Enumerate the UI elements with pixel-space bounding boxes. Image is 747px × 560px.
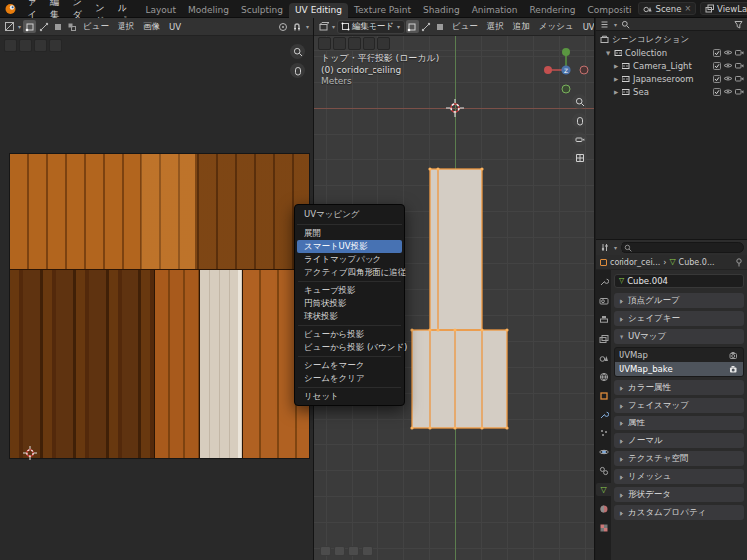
- tab-world-icon[interactable]: [596, 370, 611, 383]
- menu-item-smart-uv-project[interactable]: スマートUV投影: [297, 240, 402, 253]
- section-custom-properties[interactable]: ▶ カスタムプロパティ: [614, 505, 744, 520]
- disable-render-camera-icon[interactable]: [735, 49, 744, 56]
- menu-item-mark-seam[interactable]: シームをマーク: [297, 359, 402, 372]
- tab-material-icon[interactable]: [596, 502, 611, 515]
- menu-item-project-from-view-bounds[interactable]: ビューから投影 (バウンド): [297, 341, 402, 354]
- exclude-checkbox-icon[interactable]: [713, 88, 721, 96]
- exclude-checkbox-icon[interactable]: [713, 62, 721, 70]
- vp-camera-view-icon[interactable]: [572, 132, 587, 146]
- mode-dropdown[interactable]: 編集モード ▾: [337, 20, 405, 34]
- section-shape-keys[interactable]: ▶ シェイプキー: [614, 311, 744, 326]
- uv-canvas[interactable]: [0, 36, 313, 560]
- tab-shading[interactable]: Shading: [417, 3, 466, 18]
- uv-select-edge-icon[interactable]: [37, 20, 50, 33]
- vp-menu-mesh[interactable]: メッシュ: [535, 20, 578, 34]
- uv-texture-image[interactable]: [10, 154, 309, 458]
- tab-object-icon[interactable]: [596, 389, 611, 402]
- section-color-attributes[interactable]: ▶ カラー属性: [614, 380, 744, 395]
- tab-compositing[interactable]: Compositi: [581, 3, 637, 18]
- navigation-gizmo[interactable]: Z: [542, 44, 590, 96]
- vp-ortho-toggle-icon[interactable]: [572, 150, 587, 165]
- blender-logo-icon[interactable]: [4, 2, 17, 16]
- uv-pan-hand-icon[interactable]: [290, 63, 305, 78]
- outliner-scene-collection[interactable]: シーンコレクション: [596, 33, 747, 46]
- properties-search[interactable]: [621, 242, 744, 253]
- tab-modifiers-icon[interactable]: [596, 408, 611, 420]
- tab-particles-icon[interactable]: [596, 426, 611, 439]
- tab-rendering[interactable]: Rendering: [524, 3, 582, 18]
- section-face-maps[interactable]: ▶ フェイスマップ: [614, 398, 744, 413]
- vp-zoom-icon[interactable]: [572, 94, 587, 109]
- expand-arrow-icon[interactable]: ▶: [612, 89, 620, 95]
- disable-render-camera-icon[interactable]: [735, 88, 744, 95]
- tab-view-layer-icon[interactable]: [596, 332, 611, 345]
- exclude-checkbox-icon[interactable]: [713, 75, 721, 83]
- section-remesh[interactable]: ▶ リメッシュ: [614, 469, 744, 484]
- uv-tool-icon-3[interactable]: [34, 39, 47, 52]
- snap-caret-icon[interactable]: ▾: [306, 23, 309, 30]
- tab-output-icon[interactable]: [596, 313, 611, 326]
- editor-type-caret-icon[interactable]: ▾: [332, 23, 335, 30]
- outliner-search-icon[interactable]: [621, 19, 631, 30]
- uv-select-vertex-icon[interactable]: [23, 20, 36, 33]
- editor-type-uv-icon[interactable]: [3, 20, 16, 33]
- uv-menu-select[interactable]: 選択: [114, 20, 138, 34]
- uv-tool-icon-4[interactable]: [49, 39, 62, 52]
- hide-eye-icon[interactable]: [723, 49, 733, 56]
- section-attributes[interactable]: ▶ 属性: [614, 416, 744, 430]
- uv-menu-uv[interactable]: UV: [165, 21, 185, 33]
- menu-item-project-from-view[interactable]: ビューから投影: [297, 328, 402, 341]
- tab-render-icon[interactable]: [596, 294, 611, 307]
- menu-item-unwrap[interactable]: 展開: [297, 227, 402, 240]
- tab-scene-icon[interactable]: [596, 351, 611, 364]
- tab-animation[interactable]: Animation: [466, 3, 524, 18]
- uv-tool-icon-1[interactable]: [4, 39, 17, 52]
- active-render-camera-icon[interactable]: [729, 351, 739, 359]
- hide-eye-icon[interactable]: [723, 75, 733, 82]
- hide-eye-icon[interactable]: [723, 88, 733, 95]
- uv-map-row-uvmap[interactable]: UVMap: [615, 348, 743, 362]
- expand-arrow-icon[interactable]: ▼: [604, 50, 612, 56]
- editor-type-caret-icon[interactable]: ▾: [18, 23, 21, 30]
- vp-menu-select[interactable]: 選択: [483, 20, 508, 34]
- outliner-row-collection[interactable]: ▼ Collection: [596, 46, 747, 59]
- tab-texture-paint[interactable]: Texture Paint: [348, 3, 417, 18]
- vp-menu-view[interactable]: ビュー: [448, 20, 482, 34]
- menu-item-reset[interactable]: リセット: [297, 390, 402, 403]
- uv-tool-icon-2[interactable]: [19, 39, 32, 52]
- menu-item-follow-active-quads[interactable]: アクティブ四角形面に追従: [297, 266, 402, 279]
- menu-item-cube-projection[interactable]: キューブ投影: [297, 284, 402, 297]
- menu-item-clear-seam[interactable]: シームをクリア: [297, 372, 402, 385]
- breadcrumb-object-name[interactable]: coridor_cei...: [610, 258, 660, 267]
- tab-modeling[interactable]: Modeling: [182, 3, 235, 18]
- editor-type-outliner-icon[interactable]: [599, 19, 610, 30]
- outliner-caret-icon[interactable]: ▾: [614, 21, 617, 28]
- tab-object-data-icon[interactable]: ▽: [596, 483, 611, 496]
- active-render-camera-icon[interactable]: [729, 365, 739, 373]
- uv-select-face-icon[interactable]: [51, 20, 64, 33]
- section-normals[interactable]: ▶ ノーマル: [614, 433, 744, 448]
- pin-icon[interactable]: [735, 258, 743, 267]
- expand-arrow-icon[interactable]: ▶: [612, 76, 620, 82]
- vp-menu-add[interactable]: 追加: [509, 20, 534, 34]
- expand-arrow-icon[interactable]: ▶: [612, 63, 620, 69]
- tab-constraints-icon[interactable]: [596, 464, 611, 477]
- exclude-checkbox-icon[interactable]: [713, 49, 721, 57]
- outliner-row-sea[interactable]: ▶ Sea: [596, 85, 747, 98]
- editor-type-properties-icon[interactable]: [599, 242, 610, 253]
- tab-texture-icon[interactable]: [596, 521, 611, 534]
- vp-menu-uv[interactable]: UV: [579, 21, 594, 33]
- uv-zoom-icon[interactable]: [290, 44, 305, 59]
- snap-magnet-icon[interactable]: [291, 20, 304, 33]
- menu-item-lightmap-pack[interactable]: ライトマップパック: [297, 253, 402, 266]
- scene-unlink-icon[interactable]: ×: [684, 4, 691, 13]
- menu-item-cylinder-projection[interactable]: 円筒状投影: [297, 297, 402, 310]
- select-face-icon[interactable]: [434, 20, 447, 33]
- select-edge-icon[interactable]: [420, 20, 433, 33]
- uv-map-row-uvmap-bake[interactable]: UVMap_bake: [615, 362, 743, 376]
- properties-search-input[interactable]: [634, 243, 740, 252]
- section-vertex-groups[interactable]: ▶ 頂点グループ: [614, 293, 744, 308]
- outliner-filter-icon[interactable]: [733, 19, 744, 30]
- section-geometry-data[interactable]: ▶ 形状データ: [614, 487, 744, 502]
- disable-render-camera-icon[interactable]: [735, 75, 744, 82]
